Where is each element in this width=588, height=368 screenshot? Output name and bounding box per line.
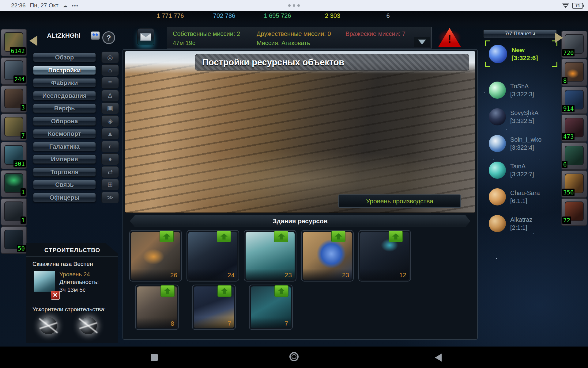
- officers-icon[interactable]: ≫: [101, 192, 119, 203]
- unit-slot[interactable]: 244: [1, 57, 27, 85]
- status-right: 74: [562, 0, 583, 11]
- construction-panel: СТРОИТЕЛЬСТВО Скважина газа Веспен Урове…: [26, 243, 118, 343]
- factories-icon[interactable]: ≡: [101, 77, 119, 89]
- unit-slot[interactable]: 7: [1, 113, 27, 141]
- comms-icon[interactable]: ⊞: [101, 179, 119, 190]
- unit-slot[interactable]: 356: [561, 170, 587, 198]
- back-triangle-icon[interactable]: [435, 354, 442, 362]
- menu-research[interactable]: Исследования: [33, 91, 96, 100]
- planet-item-sovyshka[interactable]: SovyShkA[3:322:5]: [489, 107, 558, 127]
- unit-slot[interactable]: 8: [561, 59, 587, 86]
- weather-cloud-icon: ☁: [63, 3, 68, 9]
- missions-expand-button[interactable]: [414, 37, 430, 47]
- building-card-storage-3[interactable]: 7: [249, 285, 293, 330]
- upgrade-arrow-icon[interactable]: [274, 285, 288, 297]
- upgrade-arrow-icon[interactable]: [389, 231, 403, 242]
- planet-item-taina[interactable]: TainA[3:322:7]: [489, 160, 558, 180]
- app-screen: 22:36 Пн, 27 Окт ☁ ••• 74 1 771 776 702 …: [0, 0, 588, 368]
- upgrade-arrow-icon[interactable]: [160, 231, 174, 242]
- building-level: 24: [228, 271, 235, 279]
- unit-slot[interactable]: 473: [561, 114, 587, 142]
- upgrade-arrow-icon[interactable]: [217, 285, 232, 297]
- planet-item-chausara[interactable]: Chau-Sara[6:1:1]: [489, 187, 558, 207]
- building-card-crystal-mine[interactable]: 24: [187, 230, 239, 282]
- unit-count: 356: [562, 189, 575, 196]
- menu-officers[interactable]: Офицеры: [33, 193, 96, 202]
- unit-slot[interactable]: 301: [1, 142, 27, 169]
- unit-thumb: [565, 146, 584, 165]
- menu-factories[interactable]: Фабрики: [33, 78, 96, 87]
- unit-slot[interactable]: 1: [1, 170, 27, 197]
- galaxy-icon[interactable]: ◐: [101, 141, 119, 152]
- planet-item-alkatraz[interactable]: Alkatraz[2:1:1]: [489, 214, 558, 233]
- unit-slot[interactable]: 72: [561, 198, 587, 226]
- building-card-power-plant[interactable]: 12: [358, 230, 411, 282]
- collapse-left-icon[interactable]: [29, 36, 37, 46]
- trade-icon[interactable]: ⇄: [101, 166, 119, 178]
- planet-coords: [6:1:1]: [510, 197, 540, 205]
- planet-name: TriShA: [510, 82, 534, 90]
- unit-slot[interactable]: 6142: [1, 29, 27, 56]
- upgrade-arrow-icon[interactable]: [274, 231, 288, 242]
- construction-building-name: Скважина газа Веспен: [32, 261, 93, 267]
- accelerator-icon[interactable]: [80, 317, 97, 334]
- player-name[interactable]: ALtZkHGhi: [36, 32, 91, 39]
- overview-icon[interactable]: ◎: [101, 52, 119, 63]
- production-level-button[interactable]: Уровень производства: [338, 194, 461, 208]
- mission-timer: 47м 19с: [173, 40, 195, 47]
- more-notifications-icon: •••: [72, 3, 79, 8]
- upgrade-arrow-icon[interactable]: [331, 231, 345, 242]
- research-icon[interactable]: ∆: [101, 90, 119, 102]
- attack-warning[interactable]: !: [434, 27, 465, 48]
- menu-spaceport[interactable]: Космопорт: [33, 129, 96, 138]
- buildings-icon[interactable]: ⌂: [101, 64, 119, 76]
- building-card-storage-1[interactable]: 8: [135, 285, 179, 330]
- planets-header-button[interactable]: 7/7 Планеты: [483, 29, 557, 38]
- accelerator-icon[interactable]: [40, 317, 57, 334]
- unit-count: 1: [21, 188, 26, 196]
- unit-slot[interactable]: 914: [561, 86, 587, 114]
- building-card-metal-mine[interactable]: 26: [129, 230, 182, 282]
- shipyard-icon[interactable]: ▣: [101, 102, 119, 114]
- planet-item-trisha[interactable]: TriShA[3:322:3]: [489, 80, 558, 100]
- section-header: Здания ресурсов: [130, 215, 470, 227]
- warning-triangle-icon: !: [438, 28, 461, 47]
- menu-galaxy[interactable]: Галактика: [33, 142, 96, 151]
- menu-empire[interactable]: Империя: [33, 155, 96, 164]
- unit-slot[interactable]: 1: [1, 198, 27, 226]
- menu-shipyard[interactable]: Верфь: [33, 104, 96, 113]
- resource-energy: 2 303: [325, 12, 340, 20]
- mail-button[interactable]: [137, 28, 154, 45]
- spaceport-icon[interactable]: ▲: [101, 128, 119, 140]
- menu-overview[interactable]: Обзор: [33, 53, 96, 62]
- menu-buildings[interactable]: Постройки: [33, 66, 96, 75]
- building-card-storage-2[interactable]: 7: [192, 285, 236, 330]
- unit-slot[interactable]: 3: [1, 85, 27, 113]
- unit-slot[interactable]: 50: [1, 226, 27, 254]
- building-card-observatory[interactable]: 23: [301, 230, 354, 282]
- planet-item-new[interactable]: New[3:322:6]: [489, 44, 558, 64]
- missions-panel[interactable]: Собственные миссии: 2 Дружественные мисс…: [167, 27, 432, 48]
- upgrade-arrow-icon[interactable]: [160, 285, 175, 297]
- home-circle-icon[interactable]: [289, 352, 299, 361]
- building-card-gas-well[interactable]: 23: [244, 230, 296, 282]
- menu-defense[interactable]: Оборона: [33, 117, 96, 126]
- unit-count: 6142: [10, 47, 26, 55]
- unit-slot[interactable]: 720: [561, 31, 587, 58]
- empire-icon[interactable]: ♦: [101, 153, 119, 165]
- planet-name: SovyShkA: [510, 109, 538, 117]
- unit-slot[interactable]: 6: [561, 142, 587, 170]
- upgrade-arrow-icon[interactable]: [217, 231, 231, 242]
- help-button[interactable]: ?: [102, 31, 115, 44]
- building-level: 26: [170, 271, 177, 279]
- recents-square-icon[interactable]: [151, 354, 158, 361]
- menu-comms[interactable]: Связь: [33, 180, 96, 189]
- construction-thumbnail[interactable]: [34, 270, 55, 292]
- planet-icon: [489, 135, 506, 152]
- defense-icon[interactable]: ◈: [101, 115, 119, 127]
- friendly-missions: Дружественные миссии: 0: [257, 30, 331, 37]
- cancel-construction-icon[interactable]: ✕: [51, 291, 60, 300]
- collapse-right-icon[interactable]: [555, 33, 563, 43]
- menu-trade[interactable]: Торговля: [33, 167, 96, 177]
- planet-item-soln[interactable]: Soln_i_wko[3:322:4]: [489, 134, 558, 153]
